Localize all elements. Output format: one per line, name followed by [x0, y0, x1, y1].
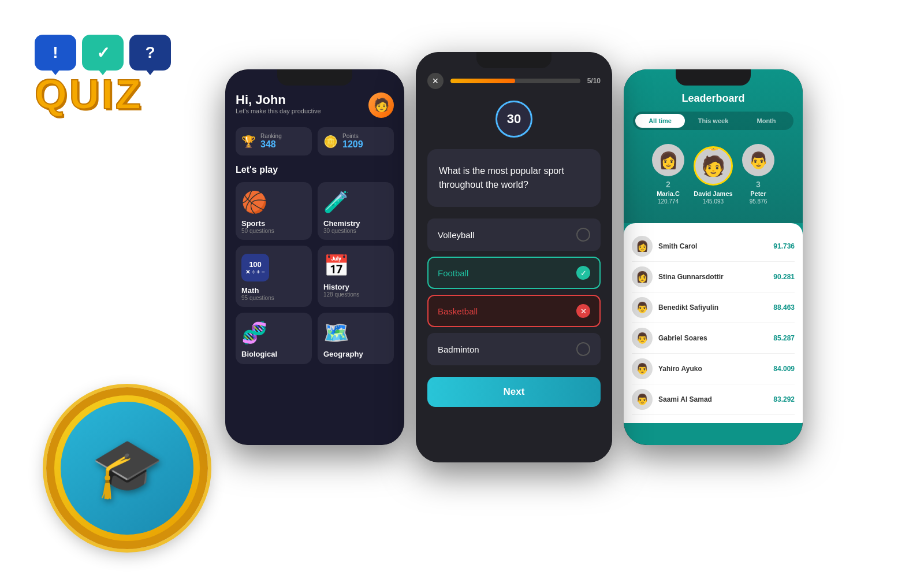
list-avatar-2: 👨: [632, 297, 653, 318]
history-icon: 📅: [323, 254, 349, 278]
tab-all-time[interactable]: All time: [635, 114, 685, 128]
logo-text: QUIZ: [35, 73, 208, 115]
logo-bubble-exclamation: !: [35, 35, 76, 71]
card-history-count: 128 questions: [323, 291, 359, 298]
list-item-5: 👨 Saami Al Samad 83.292: [632, 384, 795, 415]
leaderboard-title: Leaderboard: [633, 92, 793, 105]
podium-3rd-avatar: 👨: [742, 144, 774, 176]
list-score-2: 88.463: [773, 303, 795, 312]
phone-quiz: ✕ 5/10 30 What is the most popular sport…: [416, 52, 612, 462]
card-history[interactable]: 📅 History 128 questions: [318, 246, 394, 307]
crown-icon: 👑: [707, 146, 720, 151]
ranking-label: Ranking: [260, 133, 282, 139]
phone2-screen: ✕ 5/10 30 What is the most popular sport…: [416, 52, 612, 462]
tab-month[interactable]: Month: [742, 114, 791, 128]
card-chemistry[interactable]: 🧪 Chemistry 30 questions: [318, 182, 394, 240]
podium-1st-name: David James: [694, 190, 732, 197]
chemistry-icon: 🧪: [323, 190, 349, 214]
logo-area: ! ✓ ? QUIZ: [35, 35, 208, 115]
option-basketball[interactable]: Basketball ✕: [427, 295, 601, 327]
list-name-5: Saami Al Samad: [658, 395, 773, 403]
option-football[interactable]: Football ✓: [427, 257, 601, 289]
leaderboard-tabs: All time This week Month: [633, 112, 793, 130]
list-name-2: Benedikt Safiyulin: [658, 303, 773, 312]
phone3-screen: Leaderboard All time This week Month 👩 2…: [624, 69, 803, 445]
podium-3rd: 👨 3 Peter 95.876: [742, 144, 774, 205]
list-score-1: 90.281: [773, 273, 795, 281]
p3-top: Leaderboard All time This week Month 👩 2…: [624, 69, 803, 223]
phone-leaderboard: Leaderboard All time This week Month 👩 2…: [624, 69, 803, 445]
list-avatar-5: 👨: [632, 389, 653, 410]
progress-fill: [450, 79, 515, 83]
option-volleyball-text: Volleyball: [438, 230, 474, 240]
p1-avatar: 🧑: [368, 92, 394, 118]
podium-1st-avatar: 👑 🧑: [694, 146, 733, 186]
card-biological-name: Biological: [241, 350, 277, 358]
points-value: 1209: [342, 139, 363, 150]
p1-greeting: Hi, John Let's make this day productive: [236, 92, 321, 114]
tab-this-week[interactable]: This week: [688, 114, 738, 128]
list-avatar-4: 👨: [632, 358, 653, 379]
question-box: What is the most popular sport throughou…: [427, 149, 601, 207]
card-sports-name: Sports: [241, 219, 265, 228]
list-item-0: 👩 Smith Carol 91.736: [632, 231, 795, 262]
card-math-name: Math: [241, 286, 259, 295]
p1-stats: 🏆 Ranking 348 🪙 Points 1209: [236, 127, 394, 155]
logo-bubble-question: ?: [129, 35, 171, 71]
list-avatar-3: 👨: [632, 328, 653, 349]
ranking-info: Ranking 348: [260, 133, 282, 150]
podium-1st: 👑 🧑 David James 145.093: [694, 146, 733, 205]
card-math[interactable]: 100 ✕ ÷ + − Math 95 questions: [236, 246, 312, 307]
sports-icon: 🏀: [241, 190, 267, 214]
list-score-4: 84.009: [773, 365, 795, 373]
biological-icon: 🧬: [241, 321, 267, 345]
list-item-1: 👩 Stina Gunnarsdottir 90.281: [632, 262, 795, 292]
list-item-4: 👨 Yahiro Ayuko 84.009: [632, 354, 795, 384]
phone-home: Hi, John Let's make this day productive …: [225, 69, 404, 445]
podium-2nd-name: Maria.C: [657, 190, 680, 197]
list-score-3: 85.287: [773, 334, 795, 342]
phone2-notch: [476, 52, 552, 68]
coin-icon: 🪙: [323, 135, 338, 149]
list-name-3: Gabriel Soares: [658, 334, 773, 342]
p1-cards-grid: 🏀 Sports 50 questions 🧪 Chemistry 30 que…: [236, 182, 394, 364]
option-basketball-indicator: ✕: [576, 304, 590, 318]
card-sports-count: 50 questions: [241, 228, 274, 234]
card-geography-name: Geography: [323, 350, 363, 358]
logo-bubbles: ! ✓ ?: [35, 35, 208, 71]
podium-2nd: 👩 2 Maria.C 120.774: [652, 144, 684, 205]
podium-2nd-rank: 2: [666, 180, 670, 189]
option-volleyball[interactable]: Volleyball: [427, 218, 601, 251]
greeting-subtitle: Let's make this day productive: [236, 108, 321, 114]
gold-coin: 🎓: [46, 387, 208, 549]
podium: 👩 2 Maria.C 120.774 👑 🧑 David James 145.…: [633, 139, 793, 214]
progress-bar: [450, 79, 580, 83]
phone3-notch: [676, 69, 751, 86]
logo-bubble-check: ✓: [82, 35, 124, 71]
card-geography[interactable]: 🗺️ Geography: [318, 313, 394, 364]
card-chemistry-name: Chemistry: [323, 219, 360, 228]
option-volleyball-indicator: [576, 228, 590, 242]
progress-text: 5/10: [587, 77, 601, 85]
card-sports[interactable]: 🏀 Sports 50 questions: [236, 182, 312, 240]
trophy-icon: 🏆: [241, 135, 256, 149]
list-avatar-1: 👩: [632, 266, 653, 287]
next-button[interactable]: Next: [427, 377, 601, 407]
p1-header: Hi, John Let's make this day productive …: [236, 92, 394, 118]
option-badminton-indicator: [576, 342, 590, 356]
phone1-notch: [277, 69, 352, 86]
geography-icon: 🗺️: [323, 321, 349, 345]
graduation-cap-icon: 🎓: [91, 434, 163, 502]
card-math-count: 95 questions: [241, 295, 274, 301]
phone1-screen: Hi, John Let's make this day productive …: [225, 69, 404, 445]
list-avatar-0: 👩: [632, 236, 653, 257]
list-score-5: 83.292: [773, 395, 795, 403]
podium-3rd-score: 95.876: [750, 198, 767, 205]
close-button[interactable]: ✕: [427, 73, 444, 89]
card-history-name: History: [323, 283, 349, 291]
card-biological[interactable]: 🧬 Biological: [236, 313, 312, 364]
question-text: What is the most popular sport throughou…: [439, 164, 589, 192]
podium-2nd-avatar: 👩: [652, 144, 684, 176]
option-badminton[interactable]: Badminton: [427, 333, 601, 365]
leaderboard-list: 👩 Smith Carol 91.736 👩 Stina Gunnarsdott…: [624, 223, 803, 423]
